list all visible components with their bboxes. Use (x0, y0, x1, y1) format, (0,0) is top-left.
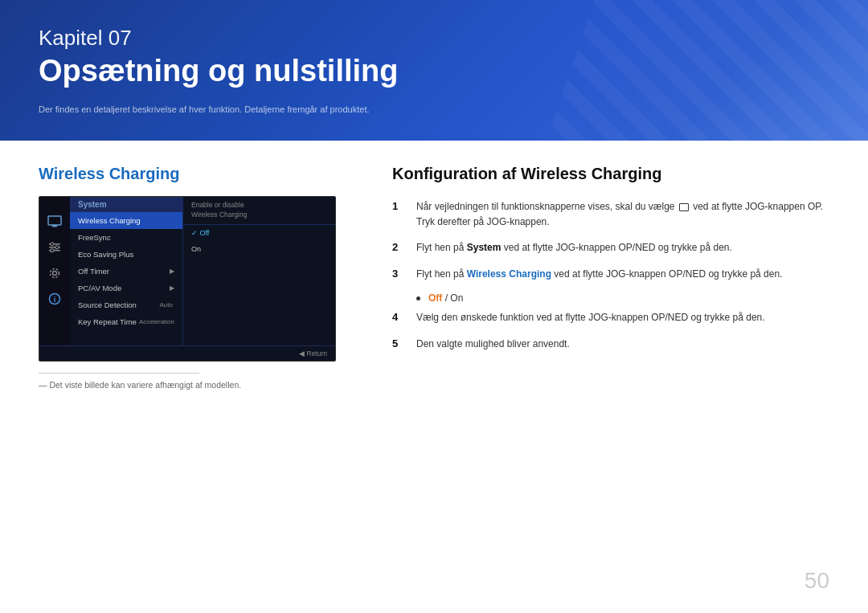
gear-icon (47, 266, 62, 280)
svg-point-9 (53, 272, 57, 276)
step-text-5: Den valgte mulighed bliver anvendt. (416, 337, 570, 352)
menu-right-header: Enable or disable Wireless Charging (183, 197, 335, 225)
svg-point-6 (51, 243, 54, 246)
info-icon: i (47, 292, 62, 306)
bullet-text: Off / On (428, 292, 463, 304)
step-1: 1 Når vejledningen til funktionsknappern… (392, 199, 829, 229)
menu-item-offtimer[interactable]: Off Timer ▶ (70, 263, 182, 280)
svg-point-10 (51, 269, 59, 278)
steps-list: 1 Når vejledningen til funktionsknappern… (392, 199, 829, 352)
menu-item-source[interactable]: Source Detection Auto (70, 296, 182, 313)
svg-rect-1 (52, 226, 57, 227)
chapter-label: Kapitel 07 (39, 26, 829, 51)
page-title: Opsætning og nulstilling (39, 54, 829, 88)
step-text-1: Når vejledningen til funktionsknapperne … (416, 199, 829, 229)
bullet-item: Off / On (416, 292, 829, 304)
main-content: Wireless Charging (0, 141, 868, 414)
monitor-ui: i System Wireless Charging FreeSync Eco … (39, 196, 336, 362)
step-number-1: 1 (392, 199, 405, 212)
step-2: 2 Flyt hen på System ved at flytte JOG-k… (392, 240, 829, 255)
step-4: 4 Vælg den ønskede funktion ved at flytt… (392, 310, 829, 325)
menu-left: System Wireless Charging FreeSync Eco Sa… (70, 197, 182, 345)
bottom-arrow: ◀ Return (299, 349, 327, 358)
right-column: Konfiguration af Wireless Charging 1 Når… (392, 165, 829, 390)
step-number-3: 3 (392, 267, 405, 280)
step-number-4: 4 (392, 310, 405, 323)
menu-bottom-bar: ◀ Return (39, 345, 335, 361)
section-title: Wireless Charging (39, 165, 360, 183)
menu-item-keyrepeat[interactable]: Key Repeat Time Acceleration (70, 313, 182, 330)
menu-icons: i (39, 197, 70, 345)
menu-right-off[interactable]: ✓ Off (183, 225, 335, 241)
caption-line (39, 373, 199, 374)
step-text-4: Vælg den ønskede funktion ved at flytte … (416, 310, 765, 325)
menu-right: Enable or disable Wireless Charging ✓ Of… (182, 197, 335, 345)
menu-item-wireless[interactable]: Wireless Charging (70, 212, 182, 229)
svg-point-7 (55, 246, 59, 249)
left-column: Wireless Charging (39, 165, 360, 390)
off-label: ✓ Off (191, 229, 209, 237)
menu-header: System (70, 197, 182, 212)
monitor-icon (47, 215, 62, 229)
monitor-menu: i System Wireless Charging FreeSync Eco … (39, 197, 335, 345)
caption-text: ― Det viste billede kan variere afhængig… (39, 380, 360, 390)
menu-item-pcav[interactable]: PC/AV Mode ▶ (70, 280, 182, 296)
bullet-dot (416, 296, 420, 300)
step-text-2: Flyt hen på System ved at flytte JOG-kna… (416, 240, 732, 255)
adjust-icon (47, 240, 62, 255)
step-text-3: Flyt hen på Wireless Charging ved at fly… (416, 267, 782, 282)
svg-rect-0 (48, 216, 61, 225)
step-number-5: 5 (392, 337, 405, 349)
svg-point-8 (51, 249, 54, 252)
header-banner: Kapitel 07 Opsætning og nulstilling Der … (0, 0, 868, 141)
menu-item-freesync[interactable]: FreeSync (70, 229, 182, 246)
svg-rect-2 (51, 225, 58, 226)
menu-item-ecosaving[interactable]: Eco Saving Plus (70, 246, 182, 263)
step-number-2: 2 (392, 240, 405, 253)
content-heading: Konfiguration af Wireless Charging (392, 165, 829, 183)
page-number: 50 (805, 568, 829, 594)
menu-right-on[interactable]: On (183, 241, 335, 257)
svg-text:i: i (54, 296, 56, 304)
header-subtitle: Der findes en detaljeret beskrivelse af … (39, 103, 829, 116)
step-5: 5 Den valgte mulighed bliver anvendt. (392, 337, 829, 352)
on-label: On (191, 245, 201, 253)
step-3: 3 Flyt hen på Wireless Charging ved at f… (392, 267, 829, 282)
